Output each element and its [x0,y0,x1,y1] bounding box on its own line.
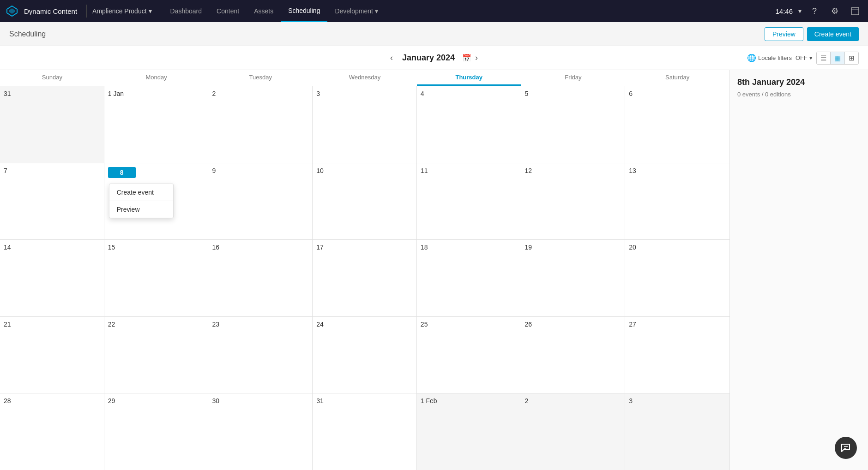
day-cell[interactable]: 20 [625,240,729,316]
nav-link-content[interactable]: Content [209,0,247,22]
nav-right: 14:46 ▾ ? ⚙ [775,4,862,18]
day-cell[interactable]: 9 [208,163,313,240]
grid-view-button[interactable]: ▦ [831,52,845,64]
days-of-week-row: Sunday Monday Tuesday Wednesday Thursday… [0,70,729,86]
day-cell[interactable]: 26 [521,317,626,393]
day-cell[interactable]: 14 [0,240,104,316]
nav-link-dashboard[interactable]: Dashboard [163,0,210,22]
week-row: 31 1 Jan 2 3 4 5 6 [0,86,729,163]
month-view-button[interactable]: ⊞ [845,52,858,64]
nav-time: 14:46 [775,7,793,15]
day-cell[interactable]: 31 [0,86,104,163]
day-cell[interactable]: 3 [625,393,729,470]
week-row: 14 15 16 17 18 19 20 [0,240,729,317]
chevron-down-icon: ▾ [149,7,152,15]
create-event-button[interactable]: Create event [807,27,859,41]
view-buttons: ☰ ▦ ⊞ [816,52,859,65]
locale-filter-value: OFF [796,54,808,61]
day-cell[interactable]: 2 [521,393,626,470]
locale-filter[interactable]: 🌐 Locale filters OFF ▾ [747,54,813,62]
dow-sunday: Sunday [0,70,104,86]
sidebar-events-count: 0 events / 0 editions [737,91,861,98]
app-logo [6,5,18,18]
globe-icon: 🌐 [747,54,756,62]
preview-button[interactable]: Preview [765,27,803,41]
day-cell[interactable]: 5 [521,86,626,163]
week-row: 21 22 23 24 25 26 27 [0,317,729,394]
chevron-down-icon: ▾ [375,7,378,15]
calendar-grid: 31 1 Jan 2 3 4 5 6 7 8 Create event Prev… [0,86,729,470]
dow-wednesday: Wednesday [313,70,417,86]
day-cell[interactable]: 13 [625,163,729,240]
day-cell[interactable]: 7 [0,163,104,240]
settings-icon[interactable]: ⚙ [827,4,842,18]
help-icon[interactable]: ? [807,4,822,18]
svg-rect-2 [851,7,859,15]
day-cell[interactable]: 27 [625,317,729,393]
day-cell-selected[interactable]: 8 Create event Preview [104,163,209,240]
day-cell[interactable]: 21 [0,317,104,393]
app-name: Dynamic Content [22,7,84,15]
list-view-button[interactable]: ☰ [817,52,831,64]
event-sidebar: 8th January 2024 0 events / 0 editions [729,70,868,470]
ctx-create-event[interactable]: Create event [109,184,173,201]
ctx-preview[interactable]: Preview [109,201,173,218]
calendar-header: ‹ January 2024 📅 › 🌐 Locale filters OFF … [0,46,868,70]
nav-product[interactable]: Amplience Product ▾ [89,7,156,15]
nav-link-scheduling[interactable]: Scheduling [281,0,327,22]
calendar-wrapper: Sunday Monday Tuesday Wednesday Thursday… [0,70,868,470]
day-cell[interactable]: 11 [417,163,521,240]
sidebar-date-title: 8th January 2024 [737,77,861,87]
day-cell[interactable]: 4 [417,86,521,163]
chat-bubble[interactable] [835,437,857,459]
chevron-down-icon: ▾ [798,7,802,15]
day-cell[interactable]: 29 [104,393,209,470]
sub-actions: Preview Create event [765,27,859,41]
day-cell[interactable]: 30 [208,393,313,470]
nav-divider [86,5,87,18]
day-cell[interactable]: 25 [417,317,521,393]
prev-month-button[interactable]: ‹ [386,51,397,65]
dow-friday: Friday [521,70,626,86]
day-cell[interactable]: 23 [208,317,313,393]
selected-day-number: 8 [108,167,136,178]
nav-link-assets[interactable]: Assets [247,0,281,22]
day-cell[interactable]: 24 [313,317,417,393]
view-controls: 🌐 Locale filters OFF ▾ ☰ ▦ ⊞ [747,52,859,65]
dow-monday: Monday [104,70,209,86]
nav-link-development[interactable]: Development ▾ [327,0,386,22]
day-cell[interactable]: 3 [313,86,417,163]
week-row: 7 8 Create event Preview 9 10 11 12 13 [0,163,729,240]
dow-thursday: Thursday [417,70,521,86]
day-cell[interactable]: 2 [208,86,313,163]
context-menu: Create event Preview [109,184,174,218]
day-cell[interactable]: 1 Jan [104,86,209,163]
day-cell[interactable]: 19 [521,240,626,316]
dow-tuesday: Tuesday [208,70,313,86]
next-month-button[interactable]: › [471,51,482,65]
page-title: Scheduling [9,30,46,38]
day-cell[interactable]: 15 [104,240,209,316]
day-cell[interactable]: 1 Feb [417,393,521,470]
svg-marker-1 [9,8,15,14]
day-cell[interactable]: 28 [0,393,104,470]
day-cell[interactable]: 18 [417,240,521,316]
week-row: 28 29 30 31 1 Feb 2 3 [0,393,729,470]
calendar-picker-button[interactable]: 📅 [462,54,471,62]
sub-header: Scheduling Preview Create event [0,22,868,46]
chevron-down-icon: ▾ [809,54,813,61]
day-cell[interactable]: 17 [313,240,417,316]
day-cell[interactable]: 22 [104,317,209,393]
day-cell[interactable]: 12 [521,163,626,240]
top-nav: Dynamic Content Amplience Product ▾ Dash… [0,0,868,22]
locale-filter-label: Locale filters [758,54,792,61]
calendar-main: Sunday Monday Tuesday Wednesday Thursday… [0,70,729,470]
month-label: January 2024 [402,53,455,63]
day-cell[interactable]: 6 [625,86,729,163]
dow-saturday: Saturday [625,70,729,86]
nav-links: Dashboard Content Assets Scheduling Deve… [163,0,776,22]
day-cell[interactable]: 31 [313,393,417,470]
day-cell[interactable]: 16 [208,240,313,316]
day-cell[interactable]: 10 [313,163,417,240]
user-icon[interactable] [848,4,862,18]
